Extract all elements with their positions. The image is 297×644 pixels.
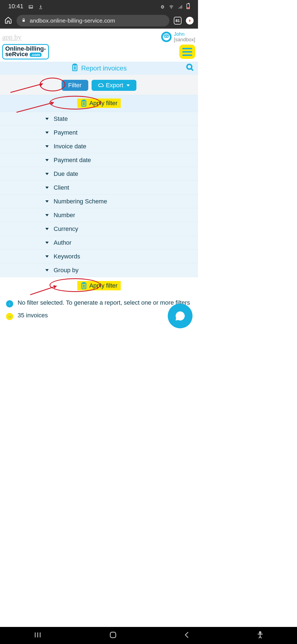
user-role: [sandbox]: [174, 37, 195, 42]
wifi-icon: [169, 4, 174, 9]
svg-line-13: [16, 102, 54, 112]
filter-list: State Payment Invoice date Payment date …: [0, 112, 198, 277]
svg-point-1: [30, 6, 30, 7]
chevron-down-icon: [45, 173, 49, 175]
address-bar[interactable]: andbox.online-billing-service.com: [16, 15, 169, 26]
url-text: andbox.online-billing-service.com: [30, 17, 115, 24]
no-filter-text: No filter selected. To generate a report…: [18, 299, 190, 306]
invoice-count: 35 invoices: [18, 312, 48, 319]
user-name: John: [174, 31, 195, 37]
chevron-down-icon: [45, 145, 49, 148]
update-icon[interactable]: [186, 17, 194, 24]
chevron-down-icon: [45, 132, 49, 134]
filter-row-client[interactable]: Client: [0, 181, 198, 194]
apply-filter-button[interactable]: Apply filter: [77, 99, 121, 108]
filter-row-keywords[interactable]: Keywords: [0, 249, 198, 263]
chevron-down-icon: [45, 214, 49, 216]
clipboard-icon: [71, 64, 78, 73]
svg-point-2: [171, 8, 172, 9]
chevron-down-icon: [45, 187, 49, 189]
svg-marker-10: [40, 83, 43, 86]
chevron-down-icon: [45, 200, 49, 203]
filter-row-invoice-date[interactable]: Invoice date: [0, 139, 198, 153]
user-block[interactable]: John [sandbox]: [161, 31, 195, 42]
export-button[interactable]: Export: [92, 80, 137, 91]
filter-row-state[interactable]: State: [0, 112, 198, 125]
download-icon: [38, 4, 43, 9]
filter-row-due-date[interactable]: Due date: [0, 167, 198, 181]
page-header: app by John [sandbox]: [0, 29, 198, 44]
battery-icon: [186, 4, 190, 9]
chevron-down-icon: [45, 228, 49, 230]
vibrate-icon: [160, 4, 165, 9]
image-icon: [28, 4, 33, 9]
info-icon: [6, 300, 13, 307]
tab-count[interactable]: 81: [174, 17, 182, 24]
svg-point-8: [187, 64, 192, 69]
filter-row-payment-date[interactable]: Payment date: [0, 153, 198, 167]
arrow-right-icon: →: [6, 313, 13, 320]
brand-row: Online-billing- seRvice .com: [0, 44, 198, 62]
home-icon[interactable]: [4, 16, 12, 25]
chevron-down-icon: [127, 84, 130, 86]
signal-icon: [178, 4, 183, 9]
info-area: No filter selected. To generate a report…: [0, 294, 198, 329]
app-by-label: app by: [2, 31, 22, 41]
chevron-down-icon: [45, 118, 49, 120]
avatar: [161, 32, 172, 42]
brand-logo[interactable]: Online-billing- seRvice .com: [2, 44, 49, 59]
page-title-band: Report invoices: [0, 62, 198, 75]
button-row: Filter Export: [0, 75, 198, 95]
browser-toolbar: andbox.online-billing-service.com 81: [0, 13, 198, 29]
android-status-bar: 10:41: [0, 0, 198, 13]
filter-row-number[interactable]: Number: [0, 208, 198, 222]
apply-filter-top: Apply filter: [0, 95, 198, 112]
filter-row-payment[interactable]: Payment: [0, 125, 198, 139]
filter-button[interactable]: Filter: [62, 80, 88, 91]
annotation-arrow: [10, 83, 46, 95]
search-icon[interactable]: [186, 63, 194, 73]
apply-filter-bottom: Apply filter: [0, 277, 198, 294]
chevron-down-icon: [45, 242, 49, 244]
status-time: 10:41: [8, 3, 23, 10]
filter-row-group-by[interactable]: Group by: [0, 263, 198, 277]
chevron-down-icon: [45, 159, 49, 161]
lock-icon: [21, 17, 26, 24]
svg-marker-18: [53, 285, 57, 289]
chevron-down-icon: [45, 255, 49, 258]
chevron-down-icon: [45, 269, 49, 271]
apply-filter-button[interactable]: Apply filter: [77, 281, 121, 290]
svg-marker-14: [51, 102, 54, 105]
svg-line-9: [10, 84, 43, 92]
svg-line-17: [30, 286, 57, 295]
filter-row-author[interactable]: Author: [0, 236, 198, 249]
chat-fab[interactable]: [168, 304, 193, 328]
filter-row-currency[interactable]: Currency: [0, 222, 198, 236]
page-title: Report invoices: [81, 64, 127, 72]
filter-row-numbering-scheme[interactable]: Numbering Scheme: [0, 194, 198, 208]
menu-icon[interactable]: [179, 45, 195, 59]
